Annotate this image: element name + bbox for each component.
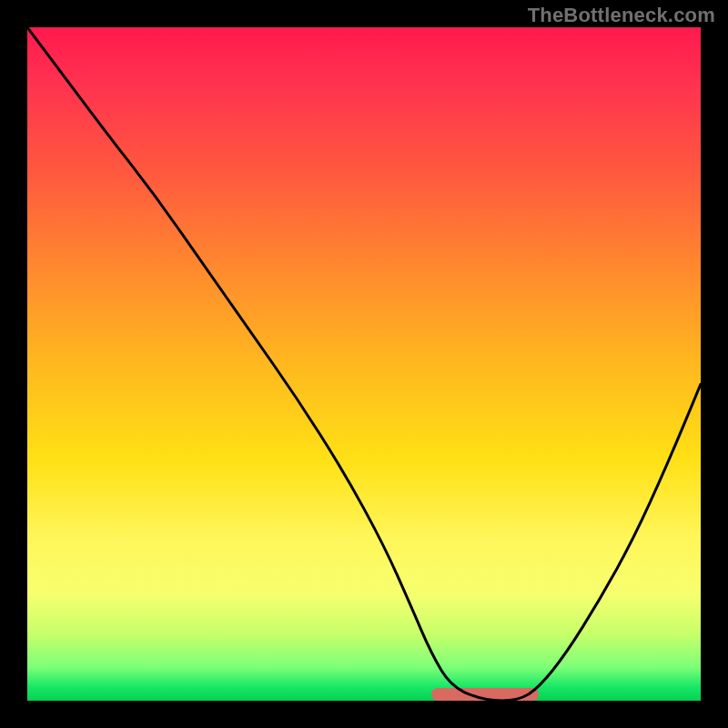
plot-area xyxy=(27,27,701,701)
chart-frame: TheBottleneck.com xyxy=(0,0,728,728)
curve-path xyxy=(27,27,701,701)
watermark-text: TheBottleneck.com xyxy=(528,4,715,27)
bottleneck-curve xyxy=(27,27,701,701)
